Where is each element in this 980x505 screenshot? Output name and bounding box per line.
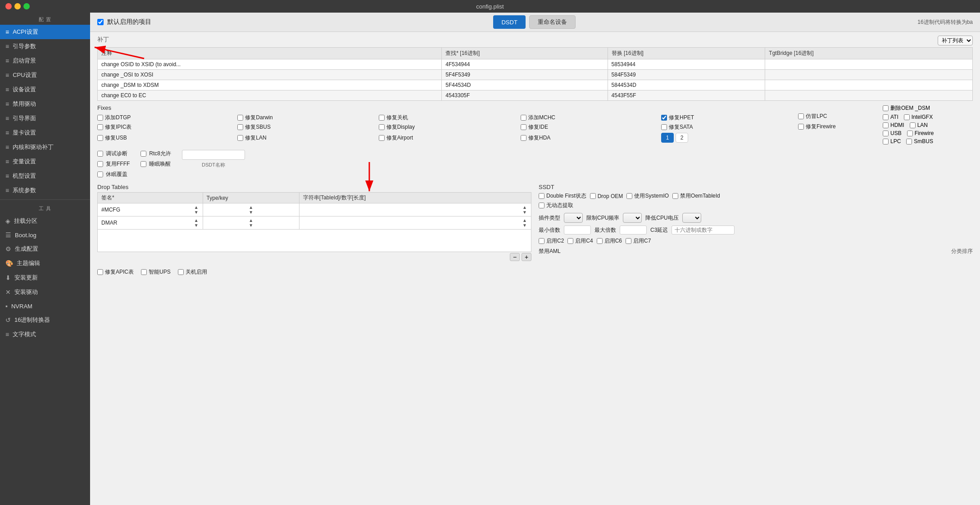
- fix-checkbox-intelgfx[interactable]: [904, 114, 910, 120]
- misc-checkbox-ffff[interactable]: [97, 161, 103, 167]
- fix-checkbox-lan[interactable]: [237, 135, 243, 141]
- ssdt-nodynextract[interactable]: 无动态提取: [539, 202, 573, 209]
- stepper-up[interactable]: ▲: [248, 218, 254, 223]
- fix-apic[interactable]: 修复APIC表: [97, 268, 134, 276]
- fix-item-adddtgp[interactable]: 添加DTGP: [97, 114, 232, 122]
- sidebar-item-kernelpatch[interactable]: ≡ 内核和驱动补丁: [0, 140, 90, 154]
- stepper-up[interactable]: ▲: [194, 218, 199, 223]
- fix-item-intelgfx[interactable]: IntelGFX: [904, 114, 933, 120]
- fix-item-usb-right[interactable]: USB: [883, 130, 902, 136]
- stepper-up[interactable]: ▲: [522, 218, 527, 223]
- ssdt-checkbox-c2[interactable]: [539, 238, 544, 244]
- stepper-up[interactable]: ▲: [522, 205, 527, 210]
- fix-checkbox-lan-right[interactable]: [910, 122, 916, 128]
- page-btn-2[interactable]: 2: [676, 133, 688, 143]
- fix-checkbox-ide[interactable]: [521, 124, 526, 130]
- ssdt-checkbox-usesystemio[interactable]: [626, 193, 632, 199]
- ssdt-checkbox-c7[interactable]: [626, 238, 631, 244]
- misc-debug[interactable]: 调试诊断: [97, 150, 130, 158]
- misc-sleep-wake[interactable]: 睡眠唤醒: [141, 160, 171, 168]
- fix-item-ati[interactable]: ATI: [883, 114, 898, 120]
- fix-item-deleteoem[interactable]: 删除OEM _DSM: [883, 104, 973, 112]
- patch-list-dropdown[interactable]: 补丁列表: [938, 36, 973, 45]
- ssdt-checkbox-nodynextract[interactable]: [539, 203, 544, 208]
- sidebar-item-mountpart[interactable]: ◈ 挂载分区: [0, 214, 90, 228]
- fix-item-hpet[interactable]: 修复HPET: [661, 114, 794, 122]
- ssdt-doublefirst[interactable]: Double First状态: [539, 192, 586, 200]
- fix-item-addmchc[interactable]: 添加MCHC: [521, 114, 656, 122]
- dsdt-button[interactable]: DSDT: [493, 15, 525, 29]
- sidebar-item-var[interactable]: ≡ 变量设置: [0, 154, 90, 169]
- stepper-down[interactable]: ▼: [248, 210, 254, 215]
- fix-item-lpc-right[interactable]: LPC: [883, 138, 901, 144]
- fix-checkbox-smartups[interactable]: [141, 269, 147, 275]
- rename-device-button[interactable]: 重命名设备: [529, 15, 576, 29]
- sidebar-item-acpi[interactable]: ≡ ACPI设置: [0, 25, 90, 39]
- misc-checkbox-debug[interactable]: [97, 151, 103, 157]
- minimize-button[interactable]: [14, 3, 21, 9]
- fix-checkbox-sata[interactable]: [661, 124, 667, 130]
- fix-checkbox-firewire-right[interactable]: [907, 131, 913, 136]
- ssdt-c4[interactable]: 启用C4: [567, 237, 593, 245]
- fix-checkbox-shutdown-enable[interactable]: [178, 269, 184, 275]
- fix-checkbox-deleteoem[interactable]: [883, 105, 889, 111]
- fix-item-display[interactable]: 修复Display: [379, 123, 515, 131]
- stepper-down[interactable]: ▼: [522, 223, 527, 228]
- min-mult-input[interactable]: [564, 225, 591, 234]
- fix-item-shutdown[interactable]: 修复关机: [379, 114, 515, 122]
- fix-checkbox-sbus[interactable]: [237, 124, 243, 130]
- misc-sleep-override[interactable]: 休眠覆盖: [97, 171, 130, 178]
- fix-item-smbus[interactable]: SmBUS: [906, 138, 933, 144]
- ssdt-c2[interactable]: 启用C2: [539, 237, 564, 245]
- misc-checkbox-sleep-override[interactable]: [97, 171, 103, 177]
- ssdt-checkbox-c4[interactable]: [567, 238, 573, 244]
- fix-checkbox-firewire[interactable]: [798, 124, 804, 130]
- sidebar-item-installdriver[interactable]: ✕ 安装驱动: [0, 285, 90, 299]
- c3-input[interactable]: [671, 225, 735, 234]
- ssdt-checkbox-doublefirst[interactable]: [539, 193, 544, 199]
- fix-checkbox-smbus[interactable]: [906, 139, 912, 144]
- fix-item-fakelpc[interactable]: 仿冒LPC: [798, 113, 879, 120]
- sidebar-item-cpu[interactable]: ≡ CPU设置: [0, 68, 90, 82]
- fix-checkbox-hdmi[interactable]: [883, 122, 889, 128]
- ssdt-checkbox-c6[interactable]: [597, 238, 603, 244]
- sidebar-item-themeeditor[interactable]: 🎨 主题编辑: [0, 256, 90, 271]
- fix-checkbox-fakelpc[interactable]: [798, 113, 804, 119]
- sidebar-item-gpu[interactable]: ≡ 显卡设置: [0, 126, 90, 140]
- sidebar-item-boot[interactable]: ≡ 引导参数: [0, 39, 90, 54]
- fix-item-darwin[interactable]: 修复Darwin: [237, 114, 373, 122]
- maximize-button[interactable]: [23, 3, 30, 9]
- fix-checkbox-display[interactable]: [379, 124, 385, 130]
- page-btn-1[interactable]: 1: [661, 133, 674, 143]
- fix-item-usb[interactable]: 修复USB: [97, 134, 232, 142]
- sidebar-item-disable[interactable]: ≡ 禁用驱动: [0, 97, 90, 111]
- sidebar-item-bootbg[interactable]: ≡ 启动背景: [0, 54, 90, 68]
- plugin-type-select[interactable]: [564, 213, 583, 223]
- sidebar-item-model[interactable]: ≡ 机型设置: [0, 169, 90, 183]
- stepper-down[interactable]: ▼: [194, 210, 199, 215]
- cpu-freq-limit-select[interactable]: [623, 213, 642, 223]
- ssdt-checkbox-disableoem[interactable]: [672, 193, 678, 199]
- fix-checkbox-darwin[interactable]: [237, 115, 243, 121]
- fix-checkbox-ati[interactable]: [883, 114, 889, 120]
- sidebar-item-sysparam[interactable]: ≡ 系统参数: [0, 183, 90, 198]
- fix-item-firewire-right[interactable]: Firewire: [907, 130, 934, 136]
- add-row-button[interactable]: +: [522, 253, 531, 261]
- fix-item-sbus[interactable]: 修复SBUS: [237, 123, 373, 131]
- fix-item-hdmi[interactable]: HDMI: [883, 122, 904, 128]
- ssdt-c7[interactable]: 启用C7: [626, 237, 651, 245]
- default-enabled-checkbox[interactable]: [97, 19, 104, 25]
- sidebar-item-bootui[interactable]: ≡ 引导界面: [0, 111, 90, 126]
- stepper-down[interactable]: ▼: [522, 210, 527, 215]
- stepper-down[interactable]: ▼: [248, 223, 254, 228]
- ssdt-disableoem[interactable]: 禁用OemTableId: [672, 192, 720, 200]
- sidebar-item-textmode[interactable]: ≡ 文字模式: [0, 327, 90, 342]
- ssdt-usesystemio[interactable]: 使用SystemIO: [626, 192, 669, 200]
- fix-item-lan[interactable]: 修复LAN: [237, 134, 373, 142]
- fix-checkbox-usb[interactable]: [97, 135, 103, 141]
- sidebar-item-nvram[interactable]: ▪ NVRAM: [0, 299, 90, 313]
- fix-checkbox-airport[interactable]: [379, 135, 385, 141]
- max-mult-input[interactable]: [620, 225, 647, 234]
- fix-checkbox-ipic[interactable]: [97, 124, 103, 130]
- fix-checkbox-usb-right[interactable]: [883, 131, 889, 136]
